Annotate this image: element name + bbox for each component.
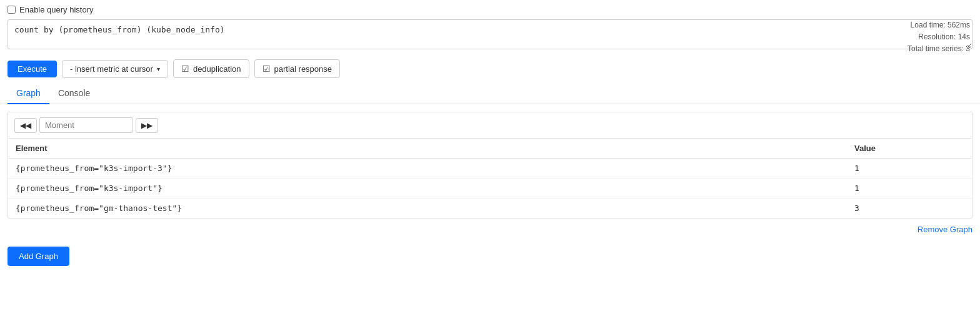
next-button[interactable]: ▶▶ — [136, 118, 158, 133]
partial-response-check-icon: ☑ — [262, 64, 271, 74]
remove-graph-row: Remove Graph — [0, 218, 980, 240]
element-cell: {prometheus_from="k3s-import-3"} — [8, 159, 847, 179]
deduplication-check-icon: ☑ — [181, 64, 189, 74]
remove-graph-button[interactable]: Remove Graph — [918, 225, 972, 234]
graph-section: ◀◀ ▶▶ Element Value {prometheus_from="k3… — [8, 112, 972, 218]
query-row: Load time: 562ms Resolution: 14s Total t… — [8, 19, 972, 49]
toolbar: Execute - insert metric at cursor ▾ ☑ de… — [0, 54, 980, 83]
query-section: Load time: 562ms Resolution: 14s Total t… — [0, 19, 980, 54]
resolution: Resolution: 14s — [908, 31, 970, 43]
insert-metric-button[interactable]: - insert metric at cursor ▾ — [62, 60, 168, 78]
enable-query-history-label[interactable]: Enable query history — [8, 5, 94, 14]
total-series: Total time series: 3 — [908, 43, 970, 55]
enable-query-history-checkbox[interactable] — [8, 6, 16, 14]
enable-query-history-text: Enable query history — [19, 5, 94, 14]
tab-graph[interactable]: Graph — [8, 83, 49, 104]
partial-response-button[interactable]: ☑ partial response — [254, 59, 341, 78]
moment-input[interactable] — [39, 117, 133, 133]
top-bar: Enable query history — [0, 0, 980, 19]
column-element: Element — [8, 139, 847, 159]
column-value: Value — [847, 139, 972, 159]
console-controls: ◀◀ ▶▶ — [8, 112, 972, 139]
meta-info: Load time: 562ms Resolution: 14s Total t… — [908, 19, 972, 56]
deduplication-button[interactable]: ☑ deduplication — [173, 59, 249, 78]
add-graph-button[interactable]: Add Graph — [8, 247, 69, 266]
partial-response-label: partial response — [274, 64, 332, 74]
table-header-row: Element Value — [8, 139, 972, 159]
value-cell: 1 — [847, 179, 972, 199]
element-cell: {prometheus_from="k3s-import"} — [8, 179, 847, 199]
add-graph-row: Add Graph — [0, 240, 980, 272]
results-table: Element Value {prometheus_from="k3s-impo… — [8, 139, 972, 218]
table-row: {prometheus_from="gm-thanos-test"}3 — [8, 199, 972, 218]
table-row: {prometheus_from="k3s-import-3"}1 — [8, 159, 972, 179]
table-row: {prometheus_from="k3s-import"}1 — [8, 179, 972, 199]
value-cell: 3 — [847, 199, 972, 218]
element-cell: {prometheus_from="gm-thanos-test"} — [8, 199, 847, 218]
deduplication-label: deduplication — [193, 64, 241, 74]
insert-metric-label: - insert metric at cursor — [70, 64, 153, 74]
execute-button[interactable]: Execute — [8, 61, 57, 77]
prev-button[interactable]: ◀◀ — [14, 118, 37, 133]
value-cell: 1 — [847, 159, 972, 179]
load-time: Load time: 562ms — [908, 19, 970, 31]
chevron-down-icon: ▾ — [157, 66, 160, 72]
tabs-row: Graph Console — [0, 83, 980, 104]
tab-console[interactable]: Console — [49, 83, 99, 104]
query-input[interactable] — [8, 19, 972, 49]
